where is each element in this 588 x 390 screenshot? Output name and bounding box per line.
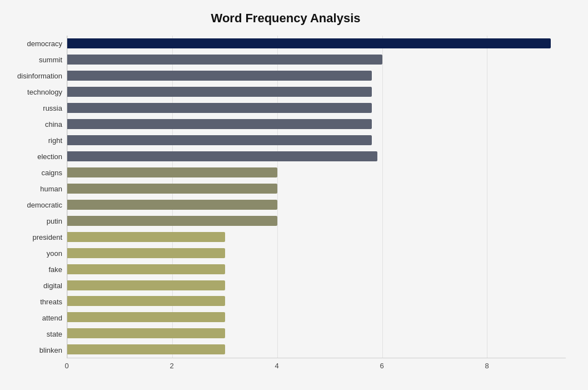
bar-row	[67, 166, 566, 179]
bar-row	[67, 101, 566, 115]
bar	[67, 71, 372, 81]
bar	[67, 151, 377, 161]
grid-line	[487, 36, 487, 358]
bar-row	[67, 182, 566, 195]
bar-row	[67, 327, 566, 340]
bar-row	[67, 343, 566, 356]
bar-row	[67, 69, 566, 82]
grid-line	[277, 36, 278, 358]
bar-row	[67, 198, 566, 211]
bar-row	[67, 246, 566, 260]
chart-title: Word Frequency Analysis	[6, 11, 566, 26]
x-tick: 2	[170, 362, 173, 370]
bar-row	[67, 294, 566, 308]
y-label: state	[47, 327, 62, 342]
bar	[67, 328, 225, 338]
y-label: summit	[39, 53, 62, 67]
bar	[67, 248, 225, 258]
bar	[67, 167, 277, 177]
y-axis: democracysummitdisinformationtechnologyr…	[6, 36, 67, 358]
bar-row	[67, 37, 566, 50]
bar	[67, 103, 372, 113]
bar	[67, 119, 372, 129]
bar	[67, 232, 225, 242]
y-label: russia	[43, 101, 62, 116]
y-label: right	[48, 134, 62, 148]
x-tick: 8	[485, 362, 489, 370]
chart-area: democracysummitdisinformationtechnologyr…	[6, 36, 566, 358]
x-axis: 02468	[67, 362, 566, 373]
y-label: president	[33, 230, 62, 245]
bar	[67, 216, 277, 226]
bar	[67, 38, 551, 48]
bar	[67, 280, 225, 290]
grid-line	[67, 36, 68, 358]
bars-area	[67, 36, 566, 358]
bar	[67, 184, 277, 194]
bar	[67, 344, 225, 354]
y-label: yoon	[47, 246, 62, 261]
y-label: blinken	[39, 343, 62, 358]
bar-row	[67, 279, 566, 292]
y-label: fake	[48, 263, 62, 277]
y-label: disinformation	[17, 69, 62, 83]
bar-row	[67, 310, 566, 324]
y-label: digital	[43, 279, 62, 293]
y-label: election	[37, 150, 62, 164]
y-label: democratic	[27, 198, 62, 213]
x-tick: 6	[380, 362, 384, 370]
y-label: attend	[42, 311, 62, 325]
bar-row	[67, 214, 566, 228]
y-label: china	[45, 117, 62, 132]
bar	[67, 296, 225, 306]
bar-row	[67, 117, 566, 131]
y-label: technology	[27, 85, 62, 100]
bar	[67, 200, 277, 210]
bar-row	[67, 263, 566, 276]
y-label: human	[40, 182, 62, 196]
bar	[67, 87, 372, 97]
bar	[67, 55, 382, 65]
bar-row	[67, 134, 566, 147]
chart-container: Word Frequency Analysis democracysummitd…	[0, 0, 588, 390]
x-tick: 4	[275, 362, 278, 370]
y-label: caigns	[41, 166, 62, 180]
bar-row	[67, 150, 566, 163]
y-label: putin	[47, 214, 62, 229]
x-tick: 0	[64, 362, 68, 370]
bar-row	[67, 230, 566, 244]
y-label: democracy	[27, 37, 62, 51]
grid-line	[382, 36, 383, 358]
y-label: threats	[40, 295, 62, 309]
grid-line	[172, 36, 173, 358]
bar	[67, 264, 225, 274]
bar-row	[67, 85, 566, 98]
bar-row	[67, 53, 566, 66]
bar	[67, 135, 372, 145]
bar	[67, 312, 225, 322]
